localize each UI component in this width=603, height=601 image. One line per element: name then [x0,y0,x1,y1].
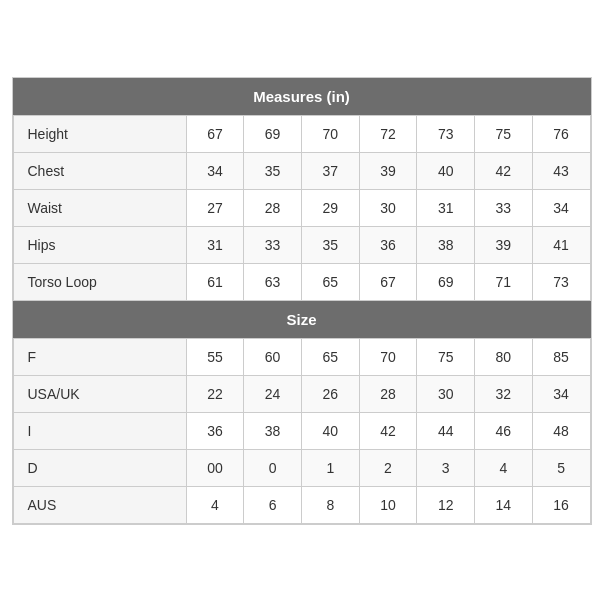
row-label: Height [13,115,186,152]
cell-value: 70 [359,338,417,375]
cell-value: 73 [417,115,475,152]
cell-value: 80 [475,338,533,375]
cell-value: 3 [417,449,475,486]
cell-value: 1 [301,449,359,486]
cell-value: 48 [532,412,590,449]
cell-value: 33 [244,226,302,263]
cell-value: 27 [186,189,244,226]
cell-value: 75 [475,115,533,152]
cell-value: 29 [301,189,359,226]
cell-value: 42 [475,152,533,189]
row-label: Chest [13,152,186,189]
cell-value: 38 [417,226,475,263]
cell-value: 65 [301,263,359,300]
cell-value: 67 [359,263,417,300]
cell-value: 40 [417,152,475,189]
cell-value: 14 [475,486,533,523]
cell-value: 34 [532,189,590,226]
cell-value: 63 [244,263,302,300]
cell-value: 2 [359,449,417,486]
cell-value: 69 [244,115,302,152]
table-row: Hips31333536383941 [13,226,590,263]
row-label: Hips [13,226,186,263]
cell-value: 38 [244,412,302,449]
cell-value: 31 [186,226,244,263]
table-row: F55606570758085 [13,338,590,375]
row-label: AUS [13,486,186,523]
cell-value: 46 [475,412,533,449]
row-label: Torso Loop [13,263,186,300]
table-row: Height67697072737576 [13,115,590,152]
measures-table: Height67697072737576Chest34353739404243W… [13,115,591,301]
cell-value: 31 [417,189,475,226]
cell-value: 69 [417,263,475,300]
cell-value: 37 [301,152,359,189]
cell-value: 8 [301,486,359,523]
cell-value: 16 [532,486,590,523]
cell-value: 34 [186,152,244,189]
cell-value: 10 [359,486,417,523]
cell-value: 72 [359,115,417,152]
cell-value: 33 [475,189,533,226]
cell-value: 85 [532,338,590,375]
cell-value: 42 [359,412,417,449]
table-row: D00012345 [13,449,590,486]
cell-value: 39 [359,152,417,189]
cell-value: 24 [244,375,302,412]
cell-value: 40 [301,412,359,449]
cell-value: 12 [417,486,475,523]
cell-value: 70 [301,115,359,152]
cell-value: 75 [417,338,475,375]
row-label: F [13,338,186,375]
table-row: I36384042444648 [13,412,590,449]
cell-value: 36 [186,412,244,449]
cell-value: 36 [359,226,417,263]
table-row: Waist27282930313334 [13,189,590,226]
cell-value: 28 [359,375,417,412]
size-table: F55606570758085USA/UK22242628303234I3638… [13,338,591,524]
cell-value: 55 [186,338,244,375]
size-header: Size [13,301,591,338]
cell-value: 67 [186,115,244,152]
cell-value: 43 [532,152,590,189]
table-row: AUS46810121416 [13,486,590,523]
row-label: D [13,449,186,486]
row-label: I [13,412,186,449]
cell-value: 35 [244,152,302,189]
cell-value: 6 [244,486,302,523]
cell-value: 22 [186,375,244,412]
table-row: USA/UK22242628303234 [13,375,590,412]
size-guide-table: Measures (in) Height67697072737576Chest3… [12,77,592,525]
cell-value: 26 [301,375,359,412]
cell-value: 34 [532,375,590,412]
cell-value: 73 [532,263,590,300]
row-label: USA/UK [13,375,186,412]
cell-value: 71 [475,263,533,300]
table-row: Chest34353739404243 [13,152,590,189]
cell-value: 35 [301,226,359,263]
cell-value: 44 [417,412,475,449]
cell-value: 0 [244,449,302,486]
cell-value: 76 [532,115,590,152]
measures-header: Measures (in) [13,78,591,115]
cell-value: 4 [186,486,244,523]
row-label: Waist [13,189,186,226]
cell-value: 4 [475,449,533,486]
table-row: Torso Loop61636567697173 [13,263,590,300]
cell-value: 00 [186,449,244,486]
cell-value: 61 [186,263,244,300]
cell-value: 30 [359,189,417,226]
cell-value: 32 [475,375,533,412]
cell-value: 39 [475,226,533,263]
cell-value: 65 [301,338,359,375]
cell-value: 5 [532,449,590,486]
cell-value: 41 [532,226,590,263]
cell-value: 60 [244,338,302,375]
cell-value: 30 [417,375,475,412]
cell-value: 28 [244,189,302,226]
